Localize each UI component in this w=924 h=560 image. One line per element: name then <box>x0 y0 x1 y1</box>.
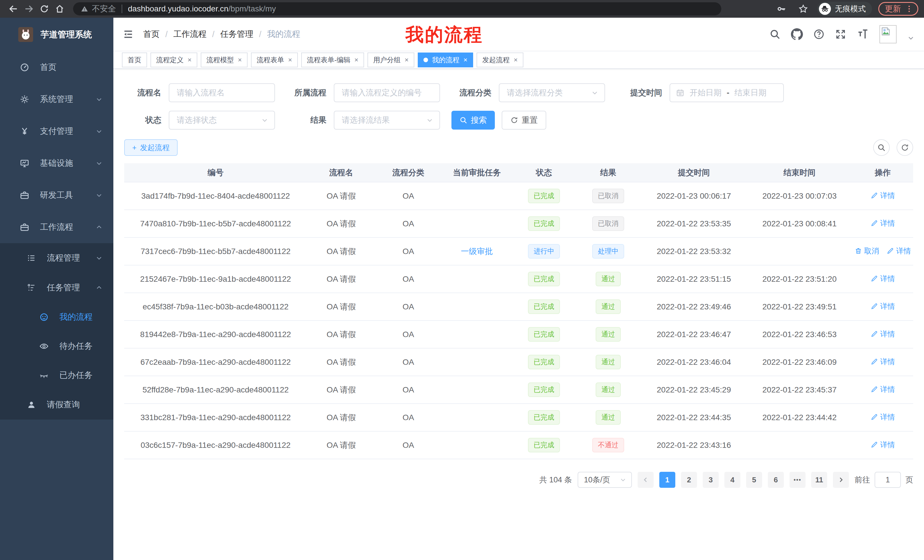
detail-link[interactable]: 详情 <box>871 357 895 367</box>
page-button-5[interactable]: 5 <box>746 472 762 488</box>
help-icon[interactable] <box>813 28 825 40</box>
close-icon[interactable]: × <box>288 56 292 64</box>
sidebar-item-leave-query[interactable]: 请假查询 <box>0 390 113 419</box>
result-badge: 通过 <box>596 410 621 424</box>
breadcrumb-task-management[interactable]: 任务管理 <box>220 28 253 40</box>
sidebar-item-system[interactable]: 系统管理 <box>0 83 113 115</box>
sidebar-item-payment[interactable]: 支付管理 <box>0 115 113 147</box>
refresh-table-button[interactable] <box>897 139 913 156</box>
toggle-search-button[interactable] <box>873 139 890 156</box>
page-button-3[interactable]: 3 <box>703 472 719 488</box>
tab-my-process[interactable]: 我的流程× <box>418 52 473 67</box>
status-badge: 已完成 <box>528 189 560 203</box>
bookmark-star-icon[interactable] <box>795 1 811 16</box>
tab-process-model[interactable]: 流程模型× <box>201 52 248 67</box>
browser-update-button[interactable]: 更新 <box>878 2 918 16</box>
detail-link[interactable]: 详情 <box>871 385 895 394</box>
tab-user-group[interactable]: 用户分组× <box>368 52 414 67</box>
browser-address-bar[interactable]: 不安全 dashboard.yudao.iocoder.cn/bpm/task/… <box>73 2 721 15</box>
browser-menu-dots-icon[interactable] <box>905 4 914 13</box>
detail-link[interactable]: 详情 <box>886 246 911 256</box>
pagination-total: 共 104 条 <box>539 475 572 485</box>
status-select[interactable]: 请选择状态 <box>169 111 275 130</box>
page-button-1[interactable]: 1 <box>659 472 675 488</box>
sidebar-item-devtools[interactable]: 研发工具 <box>0 179 113 211</box>
detail-link[interactable]: 详情 <box>871 191 895 201</box>
goto-page-input[interactable] <box>874 472 901 488</box>
sidebar-item-task-management[interactable]: 任务管理 <box>0 273 113 302</box>
detail-link[interactable]: 详情 <box>871 301 895 311</box>
detail-link[interactable]: 详情 <box>871 440 895 450</box>
close-icon[interactable]: × <box>514 56 518 64</box>
url-host: dashboard.yudao.iocoder.cn <box>128 4 228 13</box>
tab-process-definition[interactable]: 流程定义× <box>150 52 197 67</box>
sidebar-item-label: 工作流程 <box>40 222 73 233</box>
sidebar-item-label: 研发工具 <box>40 190 73 201</box>
page-button-11[interactable]: 11 <box>811 472 827 488</box>
close-icon[interactable]: × <box>188 56 192 64</box>
date-end-placeholder[interactable]: 结束日期 <box>734 87 766 98</box>
tab-process-form-edit[interactable]: 流程表单-编辑× <box>301 52 364 67</box>
sidebar-item-done-tasks[interactable]: 已办任务 <box>0 361 113 390</box>
sidebar-item-my-process[interactable]: 我的流程 <box>0 302 113 332</box>
sidebar-collapse-button[interactable] <box>123 28 134 40</box>
sidebar-item-workflow[interactable]: 工作流程 <box>0 211 113 243</box>
sidebar-item-todo-tasks[interactable]: 待办任务 <box>0 332 113 361</box>
category-select[interactable]: 请选择流程分类 <box>499 83 605 102</box>
font-size-icon[interactable] <box>856 28 869 40</box>
result-select[interactable]: 请选择流结果 <box>334 111 440 130</box>
detail-link[interactable]: 详情 <box>871 412 895 422</box>
breadcrumb-current: 我的流程 <box>267 28 300 40</box>
browser-reload-button[interactable] <box>36 1 52 16</box>
avatar-dropdown-caret-icon[interactable] <box>907 34 915 42</box>
github-icon[interactable] <box>791 28 803 40</box>
incognito-label: 无痕模式 <box>835 4 866 14</box>
page-button-2[interactable]: 2 <box>681 472 697 488</box>
start-process-button[interactable]: + 发起流程 <box>124 139 178 156</box>
close-icon[interactable]: × <box>405 56 409 64</box>
reset-button[interactable]: 重置 <box>502 111 546 130</box>
current-task-link[interactable]: 一级审批 <box>461 246 493 257</box>
browser-home-button[interactable] <box>52 1 68 16</box>
tab-home[interactable]: 首页 <box>122 52 147 67</box>
incognito-icon <box>819 3 831 15</box>
sidebar-item-infrastructure[interactable]: 基础设施 <box>0 147 113 179</box>
search-button[interactable]: 搜索 <box>452 111 495 130</box>
date-start-placeholder[interactable]: 开始日期 <box>690 87 722 98</box>
cancel-link[interactable]: 取消 <box>855 246 879 256</box>
detail-link[interactable]: 详情 <box>871 329 895 339</box>
pencil-icon <box>871 220 878 227</box>
not-secure-label[interactable]: 不安全 <box>92 3 116 14</box>
tab-start-process[interactable]: 发起流程× <box>477 52 524 67</box>
detail-link[interactable]: 详情 <box>871 274 895 284</box>
process-definition-input[interactable] <box>334 83 440 102</box>
sidebar: 芋道管理系统 首页 系统管理 支付管理 基础设施 研发工具 工作流 <box>0 18 113 560</box>
next-page-button[interactable] <box>833 472 849 488</box>
fullscreen-icon[interactable] <box>835 28 846 40</box>
table-row: 03c6c157-7b9a-11ec-a290-acde48001122 OA … <box>124 431 913 459</box>
page-button-6[interactable]: 6 <box>768 472 784 488</box>
sidebar-item-label: 请假查询 <box>47 399 80 410</box>
close-icon[interactable]: × <box>464 56 467 64</box>
avatar[interactable] <box>879 25 897 43</box>
breadcrumb-workflow[interactable]: 工作流程 <box>173 28 207 40</box>
result-badge: 通过 <box>596 327 621 341</box>
breadcrumb-home[interactable]: 首页 <box>143 28 160 40</box>
process-name-input[interactable] <box>169 83 275 102</box>
browser-back-button[interactable] <box>6 1 21 16</box>
password-key-icon[interactable] <box>774 1 789 16</box>
tab-process-form[interactable]: 流程表单× <box>251 52 298 67</box>
pencil-icon <box>871 358 878 365</box>
sidebar-item-process-management[interactable]: 流程管理 <box>0 243 113 273</box>
close-icon[interactable]: × <box>238 56 242 64</box>
page-button-4[interactable]: 4 <box>724 472 740 488</box>
browser-forward-button[interactable] <box>21 1 36 16</box>
detail-link[interactable]: 详情 <box>871 219 895 228</box>
header-search-icon[interactable] <box>769 28 781 40</box>
page-ellipsis[interactable]: ••• <box>789 472 806 488</box>
prev-page-button[interactable] <box>638 472 654 488</box>
submit-time-range-picker[interactable]: 开始日期 - 结束日期 <box>670 83 784 102</box>
close-icon[interactable]: × <box>354 56 358 64</box>
sidebar-item-home[interactable]: 首页 <box>0 51 113 83</box>
page-size-select[interactable]: 10条/页 <box>578 472 632 488</box>
